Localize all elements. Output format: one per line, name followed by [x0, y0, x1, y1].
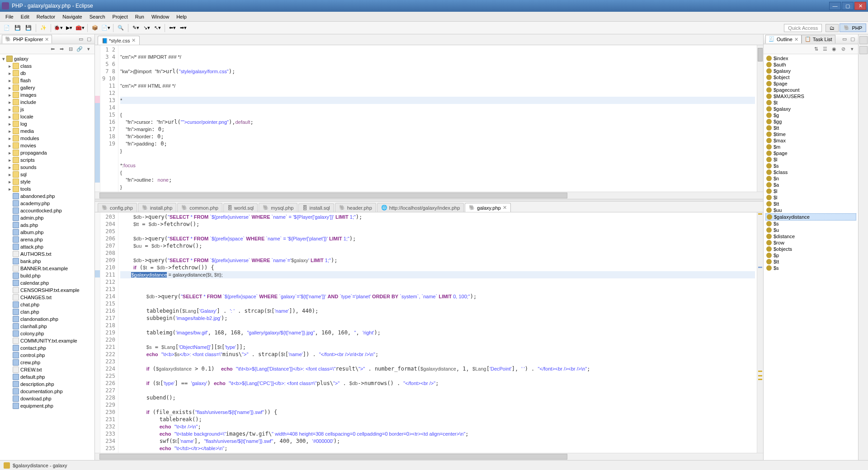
task-list-tab[interactable]: 📋 Task List — [802, 35, 835, 43]
editor-tab-config-php[interactable]: 🐘config.php — [98, 203, 137, 212]
tree-folder-media[interactable]: ▸media — [1, 127, 94, 135]
editor-tab-galaxy-php[interactable]: 🐘galaxy.php✕ — [465, 203, 510, 212]
tree-folder-flash[interactable]: ▸flash — [1, 77, 94, 84]
window-close-button[interactable]: ✕ — [854, 2, 866, 10]
outline-item[interactable]: $row — [765, 240, 856, 246]
horizontal-scrollbar[interactable] — [95, 453, 763, 460]
forward-button[interactable]: ➡▾ — [178, 23, 188, 33]
outline-item[interactable]: $s — [765, 221, 856, 227]
editor-tab-style-css[interactable]: 📘 *style.css ✕ — [98, 36, 140, 45]
tree-folder-sounds[interactable]: ▸sounds — [1, 164, 94, 171]
sort-button[interactable]: ⇅ — [812, 45, 820, 53]
outline-item[interactable]: $pagecount — [765, 87, 856, 93]
outline-item[interactable]: $objects — [765, 246, 856, 252]
tree-file-CREW-txt[interactable]: CREW.txt — [1, 366, 94, 373]
outline-item[interactable]: $page — [765, 80, 856, 87]
php-explorer-tab[interactable]: 🐘 PHP Explorer ✕ — [2, 35, 52, 43]
close-icon[interactable]: ✕ — [794, 37, 798, 42]
minimize-view-button[interactable]: ▭ — [77, 36, 85, 43]
tree-file-attack-php[interactable]: attack.php — [1, 243, 94, 250]
menu-edit[interactable]: Edit — [17, 13, 33, 20]
tree-project[interactable]: ▾galaxy — [1, 55, 94, 62]
window-minimize-button[interactable]: — — [829, 2, 841, 10]
menu-navigate[interactable]: Navigate — [59, 13, 85, 20]
outline-item[interactable]: $u — [765, 227, 856, 233]
outline-item[interactable]: $galaxydistance — [765, 213, 856, 221]
tree-folder-style[interactable]: ▸style — [1, 178, 94, 185]
editor-tab-http---localhost-galaxy-index-php[interactable]: 🌐http://localhost/galaxy/index.php — [377, 203, 464, 212]
outline-item[interactable]: $l — [765, 194, 856, 201]
tree-file-abandoned-php[interactable]: abandoned.php — [1, 193, 94, 200]
tree-folder-movies[interactable]: ▸movies — [1, 142, 94, 149]
outline-item[interactable]: $auth — [765, 61, 856, 68]
overview-ruler[interactable] — [757, 45, 763, 192]
tree-folder-tools[interactable]: ▸tools — [1, 185, 94, 193]
tree-file-clanhall-php[interactable]: clanhall.php — [1, 323, 94, 330]
close-icon[interactable]: ✕ — [45, 37, 49, 42]
tree-file-contact-php[interactable]: contact.php — [1, 344, 94, 352]
tree-file-crew-php[interactable]: crew.php — [1, 359, 94, 366]
external-tools-button[interactable]: 🧰▾ — [75, 23, 85, 33]
save-button[interactable]: 💾 — [13, 23, 23, 33]
tree-file-colony-php[interactable]: colony.php — [1, 330, 94, 337]
wand-button[interactable]: ✨ — [38, 23, 48, 33]
back-nav-button[interactable]: ⬅ — [48, 45, 57, 53]
scrollbar-thumb[interactable] — [99, 454, 567, 460]
menu-refactor[interactable]: Refactor — [33, 13, 59, 20]
menu-window[interactable]: Window — [148, 13, 173, 20]
outline-item[interactable]: $tt — [765, 258, 856, 265]
outline-item[interactable]: $tt — [765, 125, 856, 131]
tree-folder-db[interactable]: ▸db — [1, 70, 94, 77]
view-menu-button[interactable]: ▾ — [848, 45, 856, 53]
outline-item[interactable]: $n — [765, 175, 856, 182]
outline-item[interactable]: $index — [765, 55, 856, 61]
prev-annotation-button[interactable]: ↖▾ — [152, 23, 162, 33]
outline-item[interactable]: $a — [765, 182, 856, 188]
editor-tab-world-sql[interactable]: 🗄world.sql — [223, 203, 258, 212]
outline-item[interactable]: $MAXUSERS — [765, 93, 856, 99]
editor-tab-mysql-php[interactable]: 🐘mysql.php — [259, 203, 297, 212]
new-button[interactable]: 📄 — [2, 23, 12, 33]
next-annotation-button[interactable]: ↘▾ — [142, 23, 151, 33]
outline-item[interactable]: $distance — [765, 233, 856, 240]
tree-folder-include[interactable]: ▸include — [1, 99, 94, 106]
editor-tab-install-sql[interactable]: 🗄install.sql — [298, 203, 334, 212]
outline-item[interactable]: $t — [765, 99, 856, 106]
hide-button[interactable]: ⊘ — [839, 45, 847, 53]
view-menu-button[interactable]: ▾ — [85, 45, 93, 53]
tree-folder-propaganda[interactable]: ▸propaganda — [1, 149, 94, 156]
back-button[interactable]: ⬅▾ — [167, 23, 177, 33]
tree-folder-class[interactable]: ▸class — [1, 62, 94, 70]
outline-item[interactable]: $tt — [765, 201, 856, 207]
quick-access-input[interactable]: Quick Access — [784, 24, 822, 32]
new-file-button[interactable]: 📄▾ — [101, 23, 111, 33]
tree-folder-modules[interactable]: ▸modules — [1, 135, 94, 142]
outline-item[interactable]: $gg — [765, 118, 856, 125]
outline-item[interactable]: $l — [765, 156, 856, 163]
collapse-all-button[interactable]: ⊟ — [66, 45, 75, 53]
editor-tab-header-php[interactable]: 🐘header.php — [335, 203, 376, 212]
tree-file-chat-php[interactable]: chat.php — [1, 301, 94, 308]
outline-item[interactable]: $max — [765, 137, 856, 144]
tree-folder-gallery[interactable]: ▸gallery — [1, 84, 94, 91]
tree-file-download-php[interactable]: download.php — [1, 395, 94, 402]
tree-file-admin-php[interactable]: admin.php — [1, 214, 94, 221]
editor-tab-common-php[interactable]: 🐘common.php — [177, 203, 222, 212]
code-editor-css[interactable]: "cm">/* ### IMPORT ### */ "kw">@import "… — [118, 45, 757, 192]
window-maximize-button[interactable]: ▢ — [842, 2, 854, 10]
menu-file[interactable]: File — [2, 13, 17, 20]
tree-file-CENSORSHIP-txt-example[interactable]: CENSORSHIP.txt.example — [1, 287, 94, 294]
tree-file-documentation-php[interactable]: documentation.php — [1, 388, 94, 395]
horizontal-scrollbar[interactable] — [95, 192, 763, 199]
debug-button[interactable]: 🐞▾ — [53, 23, 63, 33]
tree-file-album-php[interactable]: album.php — [1, 229, 94, 236]
tree-file-description-php[interactable]: description.php — [1, 381, 94, 388]
minimized-view-button[interactable] — [859, 46, 868, 54]
tree-folder-js[interactable]: ▸js — [1, 106, 94, 113]
tree-folder-log[interactable]: ▸log — [1, 120, 94, 127]
filter-button[interactable]: ☰ — [821, 45, 829, 53]
editor-tab-install-php[interactable]: 🐘install.php — [138, 203, 177, 212]
menu-search[interactable]: Search — [86, 13, 109, 20]
tree-file-accountlocked-php[interactable]: accountlocked.php — [1, 207, 94, 214]
outline-item[interactable]: $p — [765, 252, 856, 258]
